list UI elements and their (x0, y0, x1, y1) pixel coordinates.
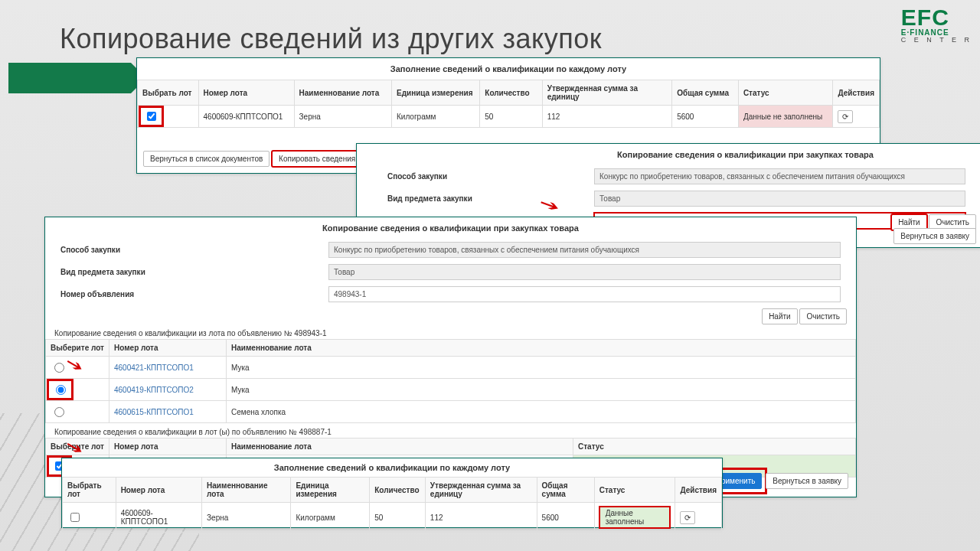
subheading-to: Копирование сведения о квалификации в ло… (45, 423, 856, 438)
select-lot-checkbox[interactable] (70, 513, 80, 522)
clear-button[interactable]: Очистить (799, 308, 847, 324)
back-to-request-button[interactable]: Вернуться в заявку (766, 473, 848, 489)
announcement-number-input[interactable]: 498943-1 (328, 286, 841, 302)
lot-link[interactable]: 4600421-КППТСОПО1 (109, 357, 227, 379)
arrow-banner (8, 63, 131, 93)
lot-link[interactable]: 4600615-КППТСОПО1 (109, 401, 227, 423)
table-row: 4600609-КППТСОПО1 Зерна Килограмм 50 112… (63, 503, 722, 533)
table-row: 4600609-КППТСОПО1 Зерна Килограмм 50 112… (138, 106, 880, 128)
slide-title: Копирование сведений из других закупок (60, 23, 602, 55)
table-row: 4600615-КППТСОПО1 Семена хлопка (46, 401, 856, 423)
panel4-table: Выбрать лот Номер лота Наименнование лот… (62, 477, 722, 533)
select-lot-radio[interactable] (56, 385, 66, 395)
reload-icon[interactable]: ⟳ (680, 511, 695, 524)
panel3-heading: Копирование сведения о квалификации при … (45, 217, 856, 239)
panel-copy-main: Копирование сведения о квалификации при … (44, 217, 857, 497)
panel1-table: Выбрать лот Номер лота Наименнование лот… (137, 80, 880, 128)
back-to-docs-button[interactable]: Вернуться в список документов (143, 151, 270, 167)
lot-link[interactable]: 4600419-КППТСОПО2 (109, 379, 227, 401)
select-lot-radio[interactable] (54, 407, 64, 417)
select-lot-checkbox[interactable] (147, 112, 156, 121)
panel-lot-fill-result: Заполнение сведений о квалификации по ка… (61, 458, 723, 528)
table-row: 4600419-КППТСОПО2 Мука (46, 379, 856, 401)
panel1-heading: Заполнение сведений о квалификации по ка… (137, 58, 880, 80)
panel2-heading: Копирование сведения о квалификации при … (357, 144, 980, 165)
select-lot-radio[interactable] (54, 363, 64, 373)
back-to-request-button[interactable]: Вернуться в заявку (893, 228, 976, 244)
table-row: 4600421-КППТСОПО1 Мука (46, 357, 856, 379)
reload-icon[interactable]: ⟳ (838, 110, 853, 123)
panel4-heading: Заполнение сведений о квалификации по ка… (62, 458, 722, 477)
source-lots-table: Выберите лот Номер лота Наименнование ло… (45, 339, 856, 423)
status-badge: Данные не заполнены (738, 106, 833, 128)
subject-field: Товар (328, 264, 841, 280)
method-field: Конкурс по приобретению товаров, связанн… (594, 168, 965, 184)
find-button[interactable]: Найти (762, 308, 798, 324)
subject-field: Товар (594, 191, 965, 207)
efc-logo: EFC E·FINANCE C E N T E R (901, 6, 972, 44)
status-badge: Данные заполнены (599, 507, 671, 528)
method-field: Конкурс по приобретению товаров, связанн… (328, 242, 841, 258)
subheading-from: Копирование сведения о квалификации из л… (45, 328, 856, 339)
